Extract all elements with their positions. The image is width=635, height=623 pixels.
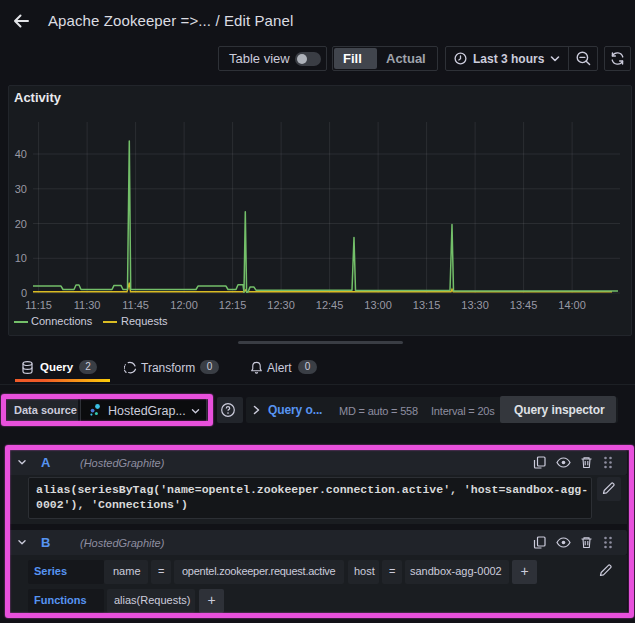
- svg-text:13:00: 13:00: [364, 299, 392, 311]
- svg-text:11:30: 11:30: [74, 299, 101, 311]
- svg-text:13:45: 13:45: [510, 299, 538, 311]
- svg-text:30: 30: [15, 183, 27, 195]
- svg-text:11:15: 11:15: [25, 299, 52, 311]
- svg-text:12:45: 12:45: [316, 299, 344, 311]
- svg-text:10: 10: [15, 252, 27, 264]
- svg-text:12:30: 12:30: [267, 299, 295, 311]
- svg-text:12:15: 12:15: [219, 299, 247, 311]
- svg-text:12:00: 12:00: [170, 299, 198, 311]
- svg-text:14:00: 14:00: [558, 299, 586, 311]
- svg-text:13:30: 13:30: [461, 299, 489, 311]
- svg-text:11:45: 11:45: [122, 299, 149, 311]
- svg-text:40: 40: [15, 148, 27, 160]
- svg-text:13:15: 13:15: [413, 299, 441, 311]
- svg-text:20: 20: [15, 218, 27, 230]
- svg-text:0: 0: [21, 287, 27, 299]
